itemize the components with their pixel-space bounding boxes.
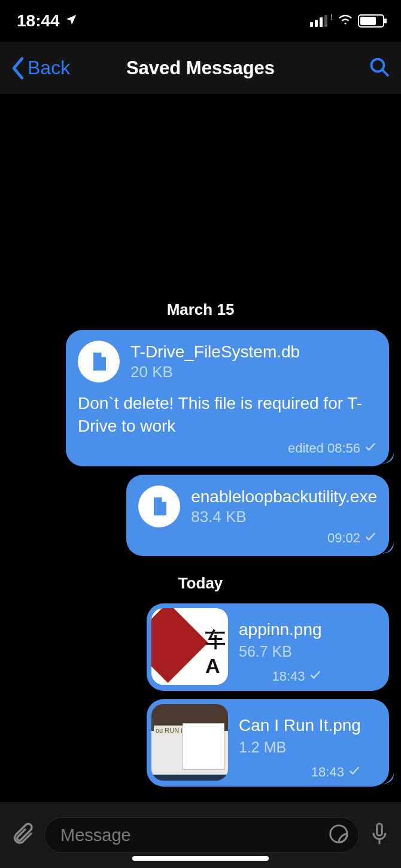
date-separator: March 15 <box>0 301 401 319</box>
back-button[interactable]: Back <box>11 57 70 80</box>
paperclip-icon <box>11 822 35 846</box>
file-name: appinn.png <box>239 620 322 639</box>
message-bubble[interactable]: enableloopbackutility.exe 83.4 KB 09:02 <box>126 475 389 556</box>
message-row: appinn.png 56.7 KB 18:43 <box>0 603 401 691</box>
message-bubble[interactable]: appinn.png 56.7 KB 18:43 <box>147 603 389 691</box>
message-time: 18:43 <box>311 764 344 780</box>
svg-point-0 <box>372 59 384 71</box>
image-thumbnail[interactable] <box>151 608 228 685</box>
check-icon <box>348 764 361 781</box>
sticker-button[interactable] <box>329 824 349 846</box>
message-bubble[interactable]: ou RUN it Can I Run It.png 1.2 MB 18:43 <box>147 699 389 787</box>
svg-line-1 <box>382 69 389 76</box>
attach-button[interactable] <box>11 822 35 848</box>
location-icon <box>65 11 78 31</box>
chevron-left-icon <box>11 57 25 80</box>
status-time: 18:44 <box>17 11 60 31</box>
nav-bar: Back Saved Messages <box>0 42 401 95</box>
home-indicator[interactable] <box>132 856 269 861</box>
message-row: enableloopbackutility.exe 83.4 KB 09:02 <box>0 475 401 556</box>
message-row: ou RUN it Can I Run It.png 1.2 MB 18:43 <box>0 699 401 787</box>
file-icon[interactable] <box>78 341 120 383</box>
thumb-text: ou RUN it <box>154 726 186 735</box>
check-icon <box>364 440 377 457</box>
image-thumbnail[interactable]: ou RUN it <box>151 704 228 781</box>
back-label: Back <box>28 57 70 79</box>
file-name: T-Drive_FileSystem.db <box>130 342 300 362</box>
cellular-icon <box>310 15 327 27</box>
file-icon[interactable] <box>138 485 180 527</box>
date-separator: Today <box>0 574 401 593</box>
file-size: 83.4 KB <box>191 508 377 526</box>
check-icon <box>309 668 322 685</box>
file-size: 1.2 MB <box>239 739 361 756</box>
file-name: Can I Run It.png <box>239 716 361 735</box>
input-bar: Message <box>0 802 401 868</box>
chat-area[interactable]: March 15 T-Drive_FileSystem.db 20 KB Don… <box>0 95 401 802</box>
wifi-icon <box>338 11 353 31</box>
check-icon <box>364 530 377 547</box>
message-placeholder: Message <box>60 825 329 845</box>
message-time: 08:56 <box>327 441 360 456</box>
mic-button[interactable] <box>369 822 390 848</box>
battery-icon <box>358 14 384 28</box>
search-button[interactable] <box>369 56 390 80</box>
file-size: 20 KB <box>130 363 300 381</box>
cellular-extra-icon: ! <box>330 13 333 22</box>
message-row: T-Drive_FileSystem.db 20 KB Don`t delete… <box>0 330 401 466</box>
edited-label: edited <box>288 441 324 456</box>
svg-rect-3 <box>377 824 382 836</box>
file-name: enableloopbackutility.exe <box>191 487 377 506</box>
search-icon <box>369 56 390 78</box>
mic-icon <box>369 822 390 846</box>
file-size: 56.7 KB <box>239 643 322 660</box>
sticker-icon <box>329 824 349 844</box>
message-time: 18:43 <box>272 669 305 684</box>
message-bubble[interactable]: T-Drive_FileSystem.db 20 KB Don`t delete… <box>66 330 389 466</box>
message-input[interactable]: Message <box>44 817 359 853</box>
message-text: Don`t delete! This file is required for … <box>78 392 377 438</box>
message-time: 09:02 <box>327 530 360 546</box>
status-bar: 18:44 ! <box>0 0 401 42</box>
